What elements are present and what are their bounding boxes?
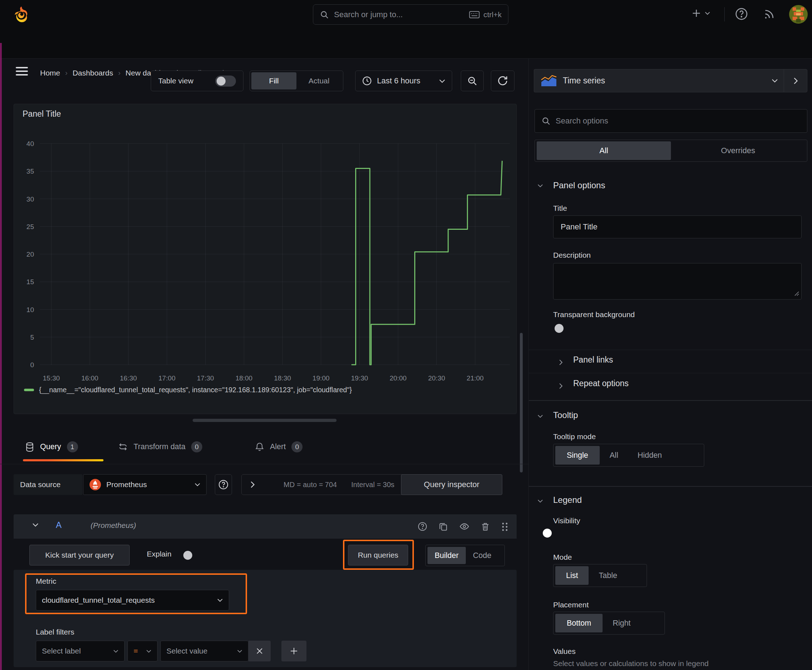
delete-query-icon[interactable]	[480, 521, 490, 531]
select-label-dropdown[interactable]: Select label	[36, 641, 125, 662]
time-range-picker[interactable]: Last 6 hours	[355, 71, 452, 91]
legend-placement-bottom[interactable]: Bottom	[555, 614, 603, 633]
chart-legend[interactable]: {__name__="cloudflared_tunnel_total_requ…	[24, 386, 352, 394]
avatar[interactable]	[789, 5, 808, 24]
pane-resize-handle[interactable]	[193, 419, 337, 422]
add-filter-button[interactable]	[281, 641, 307, 662]
global-search[interactable]: ctrl+k	[313, 4, 509, 25]
chevron-down-icon	[146, 650, 151, 653]
drag-query-handle-icon[interactable]	[501, 522, 509, 531]
keyboard-icon	[469, 11, 480, 19]
query-builder-card: Metric cloudflared_tunnel_total_requests…	[14, 570, 517, 667]
prometheus-icon	[89, 479, 101, 491]
legend-mode-table[interactable]: Table	[589, 566, 626, 585]
panel-description-textarea[interactable]	[553, 263, 802, 299]
breadcrumb-separator-icon: ›	[113, 69, 125, 77]
panel-options-header[interactable]: Panel options	[553, 180, 605, 190]
collapse-options-pane-button[interactable]	[784, 69, 807, 92]
news-rss-icon[interactable]	[763, 8, 775, 20]
grafana-edit-panel-page: ctrl+k	[0, 0, 812, 670]
chevron-down-icon[interactable]	[537, 184, 543, 188]
top-navbar: ctrl+k	[0, 0, 812, 29]
visibility-label: Visibility	[553, 516, 580, 525]
chevron-down-icon	[113, 650, 119, 653]
svg-text:17:30: 17:30	[197, 374, 214, 382]
svg-text:19:00: 19:00	[312, 374, 330, 382]
search-icon	[320, 10, 329, 19]
tooltip-mode-all[interactable]: All	[600, 446, 627, 465]
svg-text:15:30: 15:30	[43, 374, 60, 382]
builder-code-segmented: Builder Code	[425, 545, 505, 566]
panel-title[interactable]: Panel Title	[22, 109, 61, 119]
toggle-visibility-icon[interactable]	[459, 521, 470, 531]
query-ref-id[interactable]: A	[56, 520, 61, 530]
query-inspector-button[interactable]: Query inspector	[401, 474, 502, 495]
chevron-down-icon[interactable]	[537, 499, 543, 503]
tab-alert[interactable]: Alert 0	[255, 441, 303, 452]
transform-icon	[118, 442, 128, 452]
refresh-button[interactable]	[491, 71, 514, 91]
legend-placement-right[interactable]: Right	[603, 614, 640, 633]
run-queries-button[interactable]: Run queries	[348, 545, 408, 565]
panel-title-input[interactable]	[553, 215, 802, 239]
query-row-header[interactable]: A (Prometheus)	[14, 514, 517, 539]
chevron-right-icon[interactable]	[559, 383, 563, 389]
options-search-input[interactable]	[556, 116, 800, 126]
repeat-options-header[interactable]: Repeat options	[573, 379, 629, 388]
chevron-down-icon	[705, 12, 710, 15]
visualization-picker[interactable]: Time series	[534, 69, 785, 92]
datasource-help-button[interactable]	[215, 474, 232, 495]
remove-filter-button[interactable]	[249, 641, 271, 662]
help-button[interactable]	[735, 7, 748, 21]
grafana-logo[interactable]	[12, 5, 30, 23]
datasource-picker[interactable]: Prometheus	[83, 474, 207, 495]
code-option[interactable]: Code	[466, 547, 498, 564]
select-value-dropdown[interactable]: Select value	[160, 641, 249, 662]
tab-overrides[interactable]: Overrides	[671, 141, 805, 160]
menu-icon[interactable]	[16, 66, 28, 76]
kick-start-query-button[interactable]: Kick start your query	[29, 545, 130, 565]
tooltip-mode-single[interactable]: Single	[555, 446, 600, 465]
legend-series-label: {__name__="cloudflared_tunnel_total_requ…	[39, 386, 352, 394]
chevron-right-icon[interactable]	[559, 359, 563, 365]
collapse-query-icon[interactable]	[32, 523, 39, 527]
tab-query[interactable]: Query 1	[25, 441, 78, 452]
operator-dropdown[interactable]: =	[127, 641, 158, 662]
zoom-out-button[interactable]	[461, 71, 484, 91]
expand-options-icon[interactable]	[250, 481, 255, 488]
query-help-icon[interactable]	[417, 521, 427, 531]
transform-count-badge: 0	[191, 441, 202, 452]
add-menu-button[interactable]	[691, 8, 710, 19]
table-view-toggle[interactable]	[215, 76, 236, 86]
legend-mode-list[interactable]: List	[555, 566, 588, 585]
topbar-divider	[724, 7, 725, 22]
svg-text:18:30: 18:30	[274, 374, 291, 382]
svg-text:20:00: 20:00	[390, 374, 407, 382]
fill-option[interactable]: Fill	[251, 72, 297, 90]
metric-select[interactable]: cloudflared_tunnel_total_requests	[36, 590, 229, 611]
tab-all[interactable]: All	[537, 141, 671, 160]
panel-links-header[interactable]: Panel links	[573, 355, 613, 365]
options-search-box[interactable]	[534, 109, 807, 133]
tab-transform-data[interactable]: Transform data 0	[118, 441, 202, 452]
legend-header[interactable]: Legend	[553, 495, 582, 505]
label-filters-label: Label filters	[36, 628, 74, 636]
search-input[interactable]	[334, 10, 464, 19]
time-series-chart[interactable]: 15:3016:0016:3017:0017:3018:0018:3019:00…	[17, 124, 514, 385]
breadcrumb-dashboards[interactable]: Dashboards	[73, 69, 113, 77]
builder-option[interactable]: Builder	[427, 547, 466, 564]
bell-icon	[255, 442, 264, 452]
all-overrides-tabs: All Overrides	[534, 140, 807, 162]
tooltip-header[interactable]: Tooltip	[553, 410, 578, 420]
textarea-resize-icon[interactable]	[794, 291, 800, 296]
breadcrumb-home[interactable]: Home	[40, 69, 60, 77]
duplicate-query-icon[interactable]	[438, 521, 448, 531]
section-divider	[529, 400, 812, 401]
tooltip-mode-hidden[interactable]: Hidden	[628, 446, 671, 465]
actual-option[interactable]: Actual	[297, 72, 342, 90]
tooltip-mode-segmented: Single All Hidden	[553, 444, 704, 467]
alert-count-badge: 0	[292, 441, 303, 452]
values-description: Select values or calculations to show in…	[553, 659, 709, 668]
chevron-down-icon[interactable]	[537, 415, 543, 418]
svg-text:16:00: 16:00	[81, 374, 98, 382]
